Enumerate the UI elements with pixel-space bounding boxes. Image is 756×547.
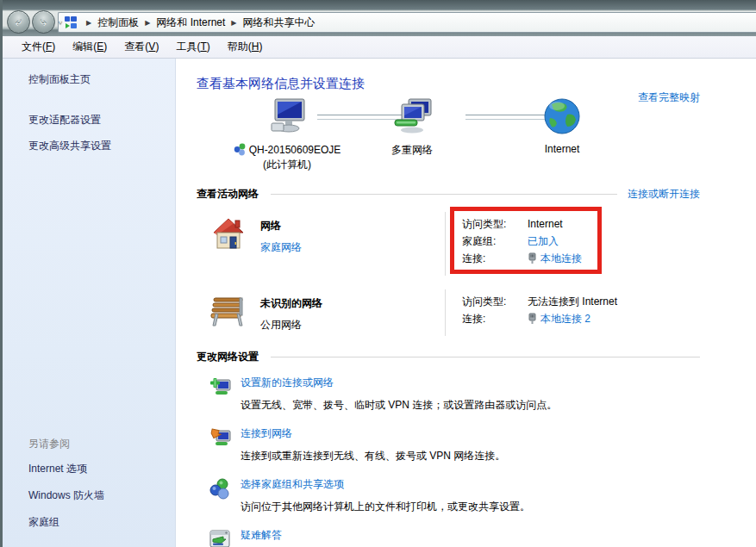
access-type-label: 访问类型: bbox=[462, 293, 528, 310]
active-network-row-unidentified: 未识别的网络 公用网络 访问类型: 无法连接到 Internet 连接: bbox=[197, 289, 700, 336]
home-network-icon[interactable] bbox=[209, 214, 248, 276]
breadcrumb-control-panel[interactable]: 控制面板 bbox=[97, 16, 139, 30]
network-details: 访问类型: 无法连接到 Internet 连接: bbox=[445, 289, 617, 336]
connect-to-network-link[interactable]: 连接到网络 bbox=[241, 426, 505, 441]
sidebar-item-windows-firewall[interactable]: Windows 防火墙 bbox=[28, 488, 104, 503]
title-bar: ⤶ ⤷ ▾ ▶ 控制面板 ▶ 网络和 Internet ▶ 网络和共享中心 bbox=[3, 0, 756, 36]
troubleshoot-icon bbox=[209, 528, 232, 547]
recent-pages-dropdown[interactable]: ▾ bbox=[59, 18, 62, 26]
back-arrow-icon: ⤶ bbox=[16, 16, 22, 28]
map-node-internet[interactable]: Internet bbox=[528, 97, 597, 155]
map-node-computer[interactable]: QH-20150609EOJE (此计算机) bbox=[231, 97, 343, 172]
content-area: 控制面板主页 更改适配器设置 更改高级共享设置 另请参阅 Internet 选项… bbox=[3, 59, 756, 547]
breadcrumb-arrow-icon: ▶ bbox=[86, 19, 91, 27]
multiple-networks-label: 多重网络 bbox=[391, 143, 433, 158]
setting-item-new-connection: 设置新的连接或网络 设置无线、宽带、拨号、临时或 VPN 连接；或设置路由器或访… bbox=[209, 375, 700, 413]
sidebar-item-internet-options[interactable]: Internet 选项 bbox=[28, 462, 104, 476]
connect-to-network-desc: 连接到或重新连接到无线、有线、拨号或 VPN 网络连接。 bbox=[241, 449, 505, 463]
main-pane: 查看基本网络信息并设置连接 查看完整映射 bbox=[176, 59, 756, 547]
local-connection-link[interactable]: 本地连接 bbox=[540, 250, 582, 267]
setting-item-connect-network: 连接到网络 连接到或重新连接到无线、有线、拨号或 VPN 网络连接。 bbox=[209, 426, 700, 463]
computer-name-label: QH-20150609EOJE bbox=[249, 144, 341, 156]
troubleshoot-link[interactable]: 疑难解答 bbox=[241, 528, 447, 543]
setting-item-troubleshoot: 疑难解答 诊断并修复网络问题，或获得故障排除信息。 bbox=[209, 527, 700, 547]
address-bar[interactable]: ▶ 控制面板 ▶ 网络和 Internet ▶ 网络和共享中心 bbox=[58, 12, 756, 33]
homegroup-mini-icon bbox=[234, 143, 247, 156]
menu-bar: 文件(F) 编辑(E) 查看(V) 工具(T) 帮助(H) bbox=[3, 36, 756, 59]
ethernet-icon bbox=[528, 313, 537, 325]
network-name-block: 网络 家庭网络 bbox=[260, 212, 445, 276]
network-details: 访问类型: Internet 家庭组: 已加入 连接: bbox=[445, 212, 582, 276]
active-networks-title: 查看活动网络 bbox=[197, 187, 259, 202]
sidebar-item-control-panel-home[interactable]: 控制面板主页 bbox=[28, 72, 175, 87]
connections-label: 连接: bbox=[462, 310, 528, 327]
breadcrumb-network-internet[interactable]: 网络和 Internet bbox=[156, 16, 225, 30]
menu-file[interactable]: 文件(F) bbox=[13, 36, 64, 58]
local-connection-2-link[interactable]: 本地连接 2 bbox=[540, 310, 590, 327]
sidebar: 控制面板主页 更改适配器设置 更改高级共享设置 另请参阅 Internet 选项… bbox=[3, 59, 176, 547]
section-divider bbox=[271, 357, 700, 357]
choose-homegroup-options-link[interactable]: 选择家庭组和共享选项 bbox=[241, 477, 530, 492]
computer-icon bbox=[266, 97, 308, 135]
see-also-section: 另请参阅 Internet 选项 Windows 防火墙 家庭组 bbox=[28, 437, 104, 542]
breadcrumb-arrow-icon: ▶ bbox=[231, 19, 236, 27]
network-type-home-link[interactable]: 家庭网络 bbox=[260, 240, 445, 255]
menu-tools[interactable]: 工具(T) bbox=[167, 36, 218, 58]
network-name: 未识别的网络 bbox=[260, 296, 445, 311]
internet-label: Internet bbox=[545, 143, 580, 155]
ethernet-icon bbox=[528, 252, 537, 264]
access-type-value: Internet bbox=[528, 215, 563, 233]
navigation-buttons: ⤶ ⤷ ▾ bbox=[7, 10, 62, 34]
homegroup-joined-link[interactable]: 已加入 bbox=[528, 233, 559, 250]
see-also-header: 另请参阅 bbox=[28, 437, 104, 451]
forward-button[interactable]: ⤷ bbox=[32, 10, 55, 34]
active-network-row-home: 网络 家庭网络 访问类型: Internet 家庭组: 已加入 连接: bbox=[197, 212, 700, 276]
page-title: 查看基本网络信息并设置连接 bbox=[197, 76, 700, 92]
forward-arrow-icon: ⤷ bbox=[41, 16, 47, 28]
multiple-networks-icon bbox=[391, 97, 433, 135]
network-sharing-center-window: ⤶ ⤷ ▾ ▶ 控制面板 ▶ 网络和 Internet ▶ 网络和共享中心 bbox=[0, 0, 756, 547]
connect-disconnect-link[interactable]: 连接或断开连接 bbox=[628, 187, 700, 202]
setup-new-connection-link[interactable]: 设置新的连接或网络 bbox=[241, 376, 557, 390]
menu-edit[interactable]: 编辑(E) bbox=[64, 36, 116, 58]
section-divider bbox=[271, 194, 617, 195]
new-connection-icon bbox=[209, 376, 232, 413]
connections-label: 连接: bbox=[462, 250, 528, 267]
sidebar-item-change-adapter-settings[interactable]: 更改适配器设置 bbox=[28, 113, 175, 127]
map-node-multiple-networks[interactable]: 多重网络 bbox=[360, 97, 464, 158]
change-settings-section-header: 更改网络设置 bbox=[197, 350, 700, 364]
sidebar-item-homegroup[interactable]: 家庭组 bbox=[28, 515, 104, 530]
this-computer-label: (此计算机) bbox=[231, 158, 343, 172]
breadcrumb-arrow-icon: ▶ bbox=[145, 19, 150, 27]
change-settings-title: 更改网络设置 bbox=[197, 350, 259, 364]
network-name: 网络 bbox=[260, 219, 445, 233]
network-sharing-center-icon bbox=[64, 16, 78, 30]
choose-homegroup-options-desc: 访问位于其他网络计算机上的文件和打印机，或更改共享设置。 bbox=[241, 500, 530, 514]
network-name-block: 未识别的网络 公用网络 bbox=[260, 289, 445, 336]
network-type-public: 公用网络 bbox=[260, 318, 445, 333]
connect-network-icon bbox=[209, 426, 232, 463]
sidebar-item-change-advanced-sharing[interactable]: 更改高级共享设置 bbox=[28, 139, 175, 153]
network-map: QH-20150609EOJE (此计算机) bbox=[197, 94, 700, 182]
access-type-value: 无法连接到 Internet bbox=[528, 293, 617, 310]
homegroup-icon bbox=[209, 477, 232, 514]
internet-globe-icon bbox=[543, 97, 581, 135]
setting-item-homegroup-sharing: 选择家庭组和共享选项 访问位于其他网络计算机上的文件和打印机，或更改共享设置。 bbox=[209, 476, 700, 514]
back-button[interactable]: ⤶ bbox=[7, 10, 30, 34]
setup-new-connection-desc: 设置无线、宽带、拨号、临时或 VPN 连接；或设置路由器或访问点。 bbox=[241, 398, 557, 413]
menu-view[interactable]: 查看(V) bbox=[116, 36, 167, 58]
access-type-label: 访问类型: bbox=[462, 215, 528, 233]
active-networks-section-header: 查看活动网络 连接或断开连接 bbox=[197, 187, 700, 202]
public-network-bench-icon[interactable] bbox=[209, 291, 248, 336]
menu-help[interactable]: 帮助(H) bbox=[219, 36, 272, 58]
breadcrumb-network-sharing-center[interactable]: 网络和共享中心 bbox=[243, 16, 316, 30]
homegroup-label: 家庭组: bbox=[462, 233, 528, 250]
